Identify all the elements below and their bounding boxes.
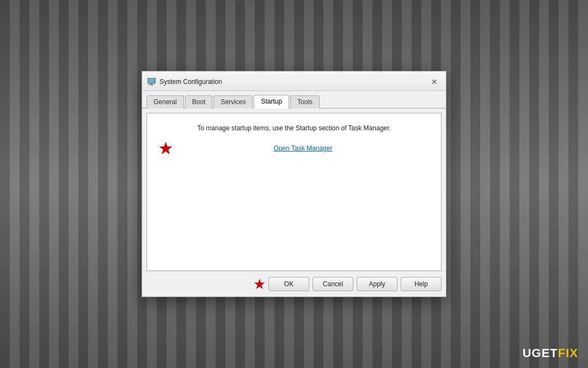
button-row: ★ OK Cancel Apply Help xyxy=(142,271,446,297)
apply-button[interactable]: Apply xyxy=(357,277,397,291)
tab-boot[interactable]: Boot xyxy=(185,95,213,108)
svg-rect-1 xyxy=(150,83,152,85)
help-button[interactable]: Help xyxy=(401,277,442,291)
watermark-suffix: FIX xyxy=(558,346,578,360)
star-annotation-ok: ★ xyxy=(253,277,266,291)
ok-wrapper: ★ OK xyxy=(268,277,309,291)
close-button[interactable]: ✕ xyxy=(428,76,440,88)
svg-rect-2 xyxy=(149,85,154,86)
system-configuration-dialog: System Configuration ✕ General Boot Serv… xyxy=(142,71,446,297)
tab-tools[interactable]: Tools xyxy=(290,95,320,108)
link-row: ★ Open Task Manager xyxy=(158,140,430,157)
tab-bar: General Boot Services Startup Tools xyxy=(142,91,446,108)
tab-services[interactable]: Services xyxy=(213,95,253,108)
startup-message: To manage startup items, use the Startup… xyxy=(158,124,430,132)
monitor-icon xyxy=(148,77,156,86)
tab-general[interactable]: General xyxy=(146,95,184,108)
watermark: UGETFIX xyxy=(523,346,578,360)
tab-startup[interactable]: Startup xyxy=(254,95,289,108)
open-task-manager-link[interactable]: Open Task Manager xyxy=(176,144,430,152)
svg-rect-0 xyxy=(148,78,155,83)
title-bar: System Configuration ✕ xyxy=(142,71,446,91)
watermark-prefix: UGET xyxy=(523,346,558,360)
dialog-title: System Configuration xyxy=(160,78,222,86)
ok-button[interactable]: OK xyxy=(268,277,309,291)
content-area: To manage startup items, use the Startup… xyxy=(146,113,442,271)
title-bar-left: System Configuration xyxy=(148,77,222,86)
star-annotation-link: ★ xyxy=(158,140,174,157)
cancel-button[interactable]: Cancel xyxy=(313,277,353,291)
